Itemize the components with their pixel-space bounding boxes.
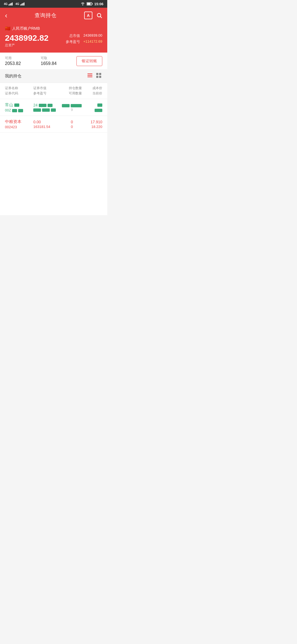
stock-name-code-2: 中粮资本 002423 [5,119,33,129]
total-assets-block: 2438992.82 总资产 [5,33,49,48]
col-header-3: 持仓数量 可用数量 [62,86,82,96]
account-label-row: 🇨🇳 人民币账户RMB [5,26,102,31]
qty-1 [62,103,82,107]
stock-name-2: 中粮资本 [5,119,33,124]
available-value: 2053.82 [5,61,41,66]
table-row[interactable]: 中粮资本 002423 0.00 163181.54 0 0 17.910 18… [0,116,107,133]
table-header: 证券名称 证券代码 证券市值 参考盈亏 持仓数量 可用数量 成本价 当前价 [0,83,107,99]
back-button[interactable]: ‹ [5,11,7,20]
view-toggle [86,72,102,80]
font-button[interactable]: A [84,12,92,19]
svg-point-3 [97,13,101,17]
account-right: 总市值 2436939.00 参考盈亏 +114172.69 [66,33,102,44]
col-header-1: 证券名称 证券代码 [5,86,33,96]
list-view-button[interactable] [86,72,94,80]
transfer-button[interactable]: 银证转账 [76,56,102,66]
signal-bars-left [9,2,13,6]
account-main: 2438992.82 总资产 总市值 2436939.00 参考盈亏 +1141… [5,33,102,48]
market-value-1: 24 [33,103,62,107]
table-row[interactable]: 常山 00Z 24 9 [0,99,107,116]
grid-view-button[interactable] [95,72,102,80]
svg-rect-6 [87,75,92,76]
app-header: ‹ 查询持仓 A [0,8,107,23]
china-flag-icon: 🇨🇳 [5,26,10,31]
status-right: 15:06 [81,2,103,6]
network-type-right: 4G [15,2,19,6]
market-value-pnl-2: 0.00 163181.54 [33,120,62,129]
page-title: 查询持仓 [35,12,57,19]
available-panel: 可用 2053.82 可取 1659.84 银证转账 [0,53,107,70]
qty-block-2: 0 0 [62,120,82,129]
available-label: 可用 [5,56,41,61]
ref-pnl-label: 参考盈亏 [66,39,80,44]
time-display: 15:06 [94,2,103,6]
withdrawable-item: 可取 1659.84 [41,56,76,66]
market-value-label: 总市值 [69,33,80,38]
price-block-2: 17.910 18.220 [82,120,102,129]
svg-line-4 [100,17,102,18]
stock-name-code: 常山 00Z [5,102,33,112]
ref-pnl-value: +114172.69 [83,39,102,44]
network-type-left: 4G [4,2,7,6]
holdings-list: 常山 00Z 24 9 中粮资本 002423 0.00 163181.54 0 [0,99,107,133]
pnl-1 [33,108,62,112]
price-block-1 [82,103,102,112]
holdings-header: 我的持仓 [0,70,107,83]
stock-code-1: 00Z [5,108,33,112]
qty-2: 0 [62,120,82,124]
qty-block-1: 9 [62,103,82,112]
holdings-title: 我的持仓 [5,73,21,79]
available-item: 可用 2053.82 [5,56,41,66]
search-button[interactable] [96,12,102,18]
signal-bars-right [20,2,24,6]
list-icon [87,73,92,78]
header-icons: A [84,12,102,19]
withdrawable-label: 可取 [41,56,76,61]
market-value-amount: 2436939.00 [83,33,102,38]
svg-rect-1 [87,3,90,5]
total-assets-value: 2438992.82 [5,33,49,42]
account-name: 人民币账户RMB [12,26,40,31]
pnl-2: 163181.54 [33,125,62,129]
market-value-pnl-1: 24 [33,103,62,112]
market-value-2: 0.00 [33,120,62,124]
svg-rect-2 [92,3,92,5]
grid-icon [96,73,101,78]
total-assets-label: 总资产 [5,43,49,48]
svg-rect-8 [96,73,98,75]
svg-rect-7 [87,77,92,77]
market-value-row: 总市值 2436939.00 [69,33,102,38]
cost-price-2: 17.910 [82,120,102,124]
avail-qty-2: 0 [62,125,82,129]
col-header-4: 成本价 当前价 [82,86,102,96]
search-icon [96,12,102,18]
col-header-2: 证券市值 参考盈亏 [33,86,62,96]
avail-qty-1: 9 [62,108,82,112]
stock-name-1: 常山 [5,102,33,108]
withdrawable-value: 1659.84 [41,61,76,66]
empty-area [0,133,107,215]
pnl-row: 参考盈亏 +114172.69 [66,39,102,44]
curr-price-1 [82,108,102,112]
status-bar: 4G 4G 15:06 [0,0,107,8]
status-left: 4G 4G [4,2,24,6]
svg-rect-5 [87,73,92,74]
svg-rect-9 [99,73,101,75]
stock-code-2: 002423 [5,125,33,129]
cost-price-1 [82,103,102,107]
svg-rect-10 [96,76,98,78]
account-panel: 🇨🇳 人民币账户RMB 2438992.82 总资产 总市值 2436939.0… [0,23,107,53]
curr-price-2: 18.220 [82,125,102,129]
battery-icon [87,2,93,6]
wifi-icon [81,2,85,6]
svg-rect-11 [99,76,101,78]
